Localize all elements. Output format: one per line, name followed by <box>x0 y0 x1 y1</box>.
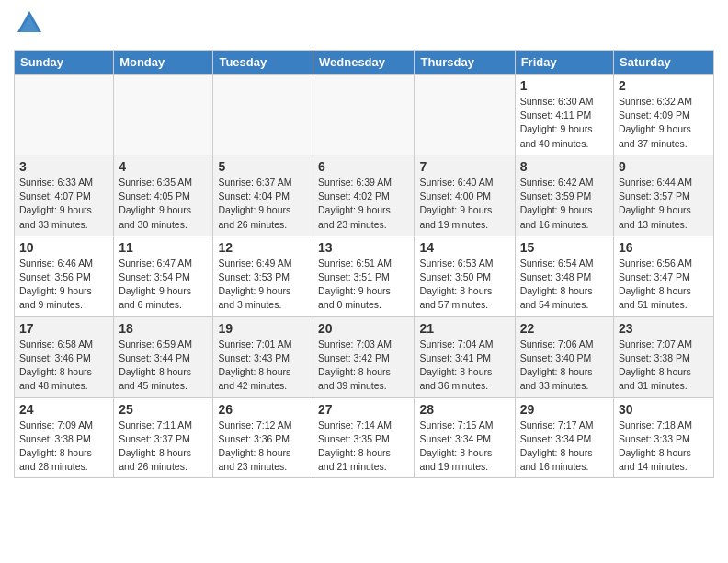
calendar-cell: 25Sunrise: 7:11 AMSunset: 3:37 PMDayligh… <box>114 397 213 478</box>
calendar-week-row: 10Sunrise: 6:46 AMSunset: 3:56 PMDayligh… <box>15 236 714 316</box>
day-info: Sunrise: 7:06 AMSunset: 3:40 PMDaylight:… <box>520 338 609 394</box>
day-info: Sunrise: 7:12 AMSunset: 3:36 PMDaylight:… <box>218 419 308 475</box>
day-info: Sunrise: 6:59 AMSunset: 3:44 PMDaylight:… <box>119 338 208 394</box>
day-info: Sunrise: 6:58 AMSunset: 3:46 PMDaylight:… <box>19 338 108 394</box>
logo-icon <box>16 9 43 37</box>
calendar-cell <box>415 75 515 155</box>
day-info: Sunrise: 6:47 AMSunset: 3:54 PMDaylight:… <box>119 257 208 313</box>
day-info: Sunrise: 7:14 AMSunset: 3:35 PMDaylight:… <box>318 419 409 475</box>
weekday-header: Friday <box>515 51 613 75</box>
calendar-cell: 10Sunrise: 6:46 AMSunset: 3:56 PMDayligh… <box>15 236 114 316</box>
weekday-header: Tuesday <box>213 51 313 75</box>
day-number: 18 <box>119 321 208 336</box>
day-info: Sunrise: 6:40 AMSunset: 4:00 PMDaylight:… <box>419 176 509 232</box>
weekday-header: Wednesday <box>313 51 415 75</box>
day-number: 28 <box>419 402 509 417</box>
calendar-cell: 23Sunrise: 7:07 AMSunset: 3:38 PMDayligh… <box>614 316 714 397</box>
day-number: 22 <box>520 321 609 336</box>
calendar-cell: 1Sunrise: 6:30 AMSunset: 4:11 PMDaylight… <box>515 75 613 155</box>
day-info: Sunrise: 6:39 AMSunset: 4:02 PMDaylight:… <box>318 176 409 232</box>
weekday-header: Sunday <box>15 51 114 75</box>
calendar-cell: 19Sunrise: 7:01 AMSunset: 3:43 PMDayligh… <box>213 316 313 397</box>
calendar-cell: 8Sunrise: 6:42 AMSunset: 3:59 PMDaylight… <box>515 155 613 236</box>
day-number: 19 <box>218 321 308 336</box>
day-number: 14 <box>419 240 509 255</box>
day-number: 12 <box>218 240 308 255</box>
calendar-cell: 5Sunrise: 6:37 AMSunset: 4:04 PMDaylight… <box>213 155 313 236</box>
calendar-week-row: 24Sunrise: 7:09 AMSunset: 3:38 PMDayligh… <box>15 397 714 478</box>
day-number: 9 <box>619 159 709 174</box>
day-number: 26 <box>218 402 308 417</box>
day-info: Sunrise: 6:30 AMSunset: 4:11 PMDaylight:… <box>520 95 609 151</box>
day-number: 11 <box>119 240 208 255</box>
day-info: Sunrise: 7:07 AMSunset: 3:38 PMDaylight:… <box>619 338 709 394</box>
calendar-week-row: 3Sunrise: 6:33 AMSunset: 4:07 PMDaylight… <box>15 155 714 236</box>
calendar: SundayMondayTuesdayWednesdayThursdayFrid… <box>14 50 714 478</box>
day-info: Sunrise: 6:42 AMSunset: 3:59 PMDaylight:… <box>520 176 609 232</box>
day-info: Sunrise: 7:03 AMSunset: 3:42 PMDaylight:… <box>318 338 409 394</box>
calendar-cell: 29Sunrise: 7:17 AMSunset: 3:34 PMDayligh… <box>515 397 613 478</box>
day-number: 6 <box>318 159 409 174</box>
logo <box>14 9 43 40</box>
calendar-cell: 22Sunrise: 7:06 AMSunset: 3:40 PMDayligh… <box>515 316 613 397</box>
day-number: 3 <box>19 159 108 174</box>
day-info: Sunrise: 7:09 AMSunset: 3:38 PMDaylight:… <box>19 419 108 475</box>
header <box>14 9 714 40</box>
calendar-cell: 2Sunrise: 6:32 AMSunset: 4:09 PMDaylight… <box>614 75 714 155</box>
calendar-cell: 18Sunrise: 6:59 AMSunset: 3:44 PMDayligh… <box>114 316 213 397</box>
day-number: 29 <box>520 402 609 417</box>
calendar-cell: 4Sunrise: 6:35 AMSunset: 4:05 PMDaylight… <box>114 155 213 236</box>
calendar-cell <box>15 75 114 155</box>
calendar-cell: 13Sunrise: 6:51 AMSunset: 3:51 PMDayligh… <box>313 236 415 316</box>
day-info: Sunrise: 7:04 AMSunset: 3:41 PMDaylight:… <box>419 338 509 394</box>
page: SundayMondayTuesdayWednesdayThursdayFrid… <box>0 0 728 488</box>
calendar-cell: 15Sunrise: 6:54 AMSunset: 3:48 PMDayligh… <box>515 236 613 316</box>
calendar-cell: 11Sunrise: 6:47 AMSunset: 3:54 PMDayligh… <box>114 236 213 316</box>
day-info: Sunrise: 6:49 AMSunset: 3:53 PMDaylight:… <box>218 257 308 313</box>
calendar-cell: 7Sunrise: 6:40 AMSunset: 4:00 PMDaylight… <box>415 155 515 236</box>
day-info: Sunrise: 6:56 AMSunset: 3:47 PMDaylight:… <box>619 257 709 313</box>
day-number: 4 <box>119 159 208 174</box>
day-info: Sunrise: 6:44 AMSunset: 3:57 PMDaylight:… <box>619 176 709 232</box>
day-number: 24 <box>19 402 108 417</box>
day-info: Sunrise: 6:51 AMSunset: 3:51 PMDaylight:… <box>318 257 409 313</box>
day-info: Sunrise: 6:53 AMSunset: 3:50 PMDaylight:… <box>419 257 509 313</box>
calendar-cell: 3Sunrise: 6:33 AMSunset: 4:07 PMDaylight… <box>15 155 114 236</box>
day-number: 15 <box>520 240 609 255</box>
day-number: 8 <box>520 159 609 174</box>
calendar-cell: 20Sunrise: 7:03 AMSunset: 3:42 PMDayligh… <box>313 316 415 397</box>
day-number: 25 <box>119 402 208 417</box>
day-number: 16 <box>619 240 709 255</box>
calendar-cell: 28Sunrise: 7:15 AMSunset: 3:34 PMDayligh… <box>415 397 515 478</box>
weekday-header: Thursday <box>415 51 515 75</box>
day-number: 5 <box>218 159 308 174</box>
day-number: 2 <box>619 78 709 93</box>
day-info: Sunrise: 7:18 AMSunset: 3:33 PMDaylight:… <box>619 419 709 475</box>
day-number: 20 <box>318 321 409 336</box>
day-info: Sunrise: 6:32 AMSunset: 4:09 PMDaylight:… <box>619 95 709 151</box>
calendar-cell: 9Sunrise: 6:44 AMSunset: 3:57 PMDaylight… <box>614 155 714 236</box>
calendar-week-row: 1Sunrise: 6:30 AMSunset: 4:11 PMDaylight… <box>15 75 714 155</box>
calendar-cell: 30Sunrise: 7:18 AMSunset: 3:33 PMDayligh… <box>614 397 714 478</box>
calendar-cell: 26Sunrise: 7:12 AMSunset: 3:36 PMDayligh… <box>213 397 313 478</box>
calendar-cell: 17Sunrise: 6:58 AMSunset: 3:46 PMDayligh… <box>15 316 114 397</box>
day-info: Sunrise: 6:37 AMSunset: 4:04 PMDaylight:… <box>218 176 308 232</box>
day-number: 13 <box>318 240 409 255</box>
calendar-cell: 6Sunrise: 6:39 AMSunset: 4:02 PMDaylight… <box>313 155 415 236</box>
day-info: Sunrise: 7:01 AMSunset: 3:43 PMDaylight:… <box>218 338 308 394</box>
day-number: 27 <box>318 402 409 417</box>
calendar-cell: 24Sunrise: 7:09 AMSunset: 3:38 PMDayligh… <box>15 397 114 478</box>
calendar-cell <box>114 75 213 155</box>
calendar-week-row: 17Sunrise: 6:58 AMSunset: 3:46 PMDayligh… <box>15 316 714 397</box>
weekday-header-row: SundayMondayTuesdayWednesdayThursdayFrid… <box>15 51 714 75</box>
day-number: 30 <box>619 402 709 417</box>
day-info: Sunrise: 6:33 AMSunset: 4:07 PMDaylight:… <box>19 176 108 232</box>
day-info: Sunrise: 6:35 AMSunset: 4:05 PMDaylight:… <box>119 176 208 232</box>
calendar-cell <box>213 75 313 155</box>
calendar-cell: 12Sunrise: 6:49 AMSunset: 3:53 PMDayligh… <box>213 236 313 316</box>
day-number: 7 <box>419 159 509 174</box>
day-number: 10 <box>19 240 108 255</box>
day-info: Sunrise: 6:54 AMSunset: 3:48 PMDaylight:… <box>520 257 609 313</box>
calendar-cell: 27Sunrise: 7:14 AMSunset: 3:35 PMDayligh… <box>313 397 415 478</box>
day-info: Sunrise: 7:11 AMSunset: 3:37 PMDaylight:… <box>119 419 208 475</box>
